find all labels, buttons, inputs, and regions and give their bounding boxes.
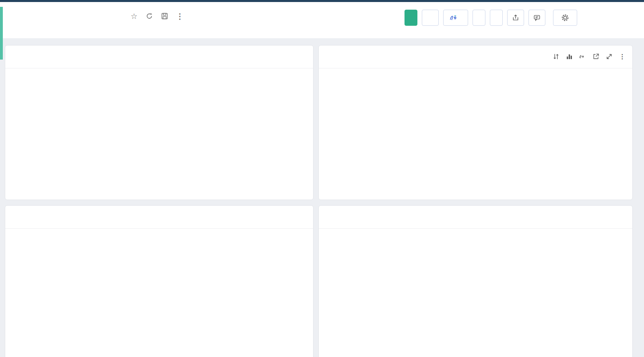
panel-header bbox=[5, 206, 313, 229]
column-chart-icon[interactable] bbox=[566, 53, 573, 60]
sort-icon[interactable] bbox=[552, 53, 559, 60]
export-button[interactable] bbox=[507, 10, 524, 26]
more-icon[interactable]: ⋮ bbox=[175, 12, 184, 21]
chart-area bbox=[5, 228, 313, 357]
zia-icon[interactable] bbox=[579, 53, 586, 60]
chart-area bbox=[5, 68, 313, 200]
panel-promoter-since: ⋮ bbox=[318, 45, 633, 200]
refresh-icon[interactable] bbox=[145, 12, 154, 21]
expand-icon[interactable] bbox=[605, 53, 613, 60]
zia-logo-icon bbox=[450, 14, 459, 21]
panel-promoter-ytd bbox=[5, 45, 314, 200]
app-header: ☆ ⋮ bbox=[0, 2, 644, 38]
share-button[interactable] bbox=[473, 10, 485, 26]
chart-area bbox=[319, 228, 632, 357]
header-toolbar bbox=[405, 10, 577, 26]
star-icon[interactable]: ☆ bbox=[130, 12, 138, 21]
side-nav-strip[interactable] bbox=[0, 7, 3, 60]
panel-header: ⋮ bbox=[319, 45, 632, 68]
settings-button[interactable] bbox=[553, 10, 577, 26]
edit-design-button[interactable] bbox=[405, 10, 417, 26]
panel-header bbox=[5, 45, 313, 68]
panel-header bbox=[319, 206, 632, 229]
save-icon[interactable] bbox=[160, 12, 169, 21]
chart-area bbox=[319, 68, 632, 200]
ask-zia-button[interactable] bbox=[443, 10, 468, 26]
panel-minutes-by-venue bbox=[318, 205, 633, 357]
themes-button[interactable] bbox=[490, 10, 503, 26]
add-button[interactable] bbox=[422, 10, 439, 26]
panel-promoter-mar-jun bbox=[5, 205, 314, 357]
open-in-new-icon[interactable] bbox=[592, 53, 599, 60]
more-icon[interactable]: ⋮ bbox=[619, 53, 626, 60]
panel-toolbar: ⋮ bbox=[552, 53, 626, 60]
comment-button[interactable] bbox=[528, 10, 545, 26]
